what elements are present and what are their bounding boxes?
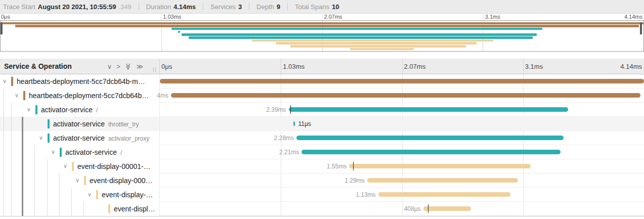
span-row[interactable]: ∨heartbeats-deployment-5cc7dcb64b…4ms: [0, 89, 644, 103]
row-chevron-down-icon[interactable]: ∨: [15, 92, 19, 99]
row-chevron-down-icon[interactable]: ∨: [27, 106, 31, 113]
span-row[interactable]: activator-servicethrottler_try11μs: [0, 117, 644, 131]
indent-guide: [47, 159, 48, 173]
span-duration-label: 2.39ms: [266, 103, 286, 117]
trace-start-millis: .349: [118, 3, 131, 11]
minimap-right-handle[interactable]: [640, 22, 642, 34]
span-bar[interactable]: [378, 192, 510, 197]
span-name-cell: ∨event-display-00001-…: [0, 159, 160, 173]
span-name-cell: ∨activator-service/: [0, 145, 160, 159]
span-bar[interactable]: [160, 79, 644, 83]
row-chevron-down-icon[interactable]: ∨: [51, 148, 55, 155]
indent-guide: [4, 188, 4, 202]
indent-guide: [11, 173, 12, 188]
row-chevron-down-icon[interactable]: ∨: [39, 134, 43, 141]
span-bar[interactable]: [289, 107, 568, 112]
span-bar[interactable]: [367, 178, 519, 183]
minimap-span-bar: [15, 25, 639, 27]
span-name: activator-service/: [41, 103, 158, 117]
ruler-tick: [161, 14, 161, 20]
span-log-tick: [290, 105, 291, 114]
span-row[interactable]: ∨activator-service/2.39ms: [0, 103, 644, 117]
chevron-down-icon[interactable]: ∨: [107, 63, 112, 70]
span-name: event-display-00001-…: [77, 159, 158, 173]
row-chevron-down-icon[interactable]: ∨: [75, 177, 79, 184]
row-chevron-down-icon[interactable]: ∨: [3, 77, 7, 84]
row-chevron-down-icon[interactable]: ∨: [88, 191, 92, 198]
span-bar[interactable]: [293, 121, 295, 126]
indent-guide: [22, 117, 23, 131]
ruler-tick: [281, 59, 281, 74]
depth-value: 9: [277, 3, 280, 11]
service-name: activator-service: [53, 120, 105, 128]
span-name: heartbeats-deployment-5cc7dcb64b…: [29, 89, 158, 103]
spacer: [0, 52, 644, 59]
span-duration-label: 1.55ms: [327, 159, 347, 173]
operation-name: activator_proxy: [108, 135, 149, 142]
total-spans-stat: Total Spans 10: [295, 3, 339, 11]
span-row[interactable]: event-displ…408μs: [0, 202, 644, 216]
service-color-strip: [48, 134, 50, 143]
span-name-cell: event-displ…: [0, 202, 160, 216]
indent-guide: [4, 89, 4, 103]
span-bar[interactable]: [349, 164, 531, 168]
indent-guide: [22, 145, 23, 159]
span-row[interactable]: ∨event-display-000…1.29ms: [0, 173, 644, 188]
operation-name: throttler_try: [108, 121, 139, 128]
service-name: event-display-00001-…: [77, 162, 151, 170]
minimap-span-bar: [276, 42, 477, 45]
double-chevron-down-icon[interactable]: ≫: [125, 63, 132, 70]
duration-label: Duration: [146, 3, 171, 11]
indent-guide: [22, 159, 23, 173]
span-bar[interactable]: [423, 206, 471, 211]
chevron-right-icon[interactable]: >: [116, 63, 120, 70]
depth-stat: Depth 9: [256, 3, 280, 11]
span-name-cell: ∨event-display-000…: [0, 173, 160, 188]
duration-stat: Duration 4.14ms: [146, 3, 196, 11]
span-name: activator-service/: [65, 145, 158, 159]
indent-guide: [11, 131, 12, 145]
indent-guide: [22, 188, 23, 202]
span-duration-label: 1.13ms: [356, 188, 375, 202]
span-timeline-cell: 408μs: [160, 202, 644, 216]
span-row[interactable]: ∨event-display-…1.13ms: [0, 188, 644, 202]
span-log-tick: [353, 162, 354, 170]
span-row[interactable]: ∨activator-service/2.21ms: [0, 145, 644, 159]
span-timeline-cell: 11μs: [160, 117, 644, 131]
row-chevron-down-icon[interactable]: ∨: [63, 162, 67, 169]
operation-name: /: [120, 149, 122, 156]
span-name-cell: ∨activator-serviceactivator_proxy: [0, 131, 160, 145]
column-resizer-grip[interactable]: [153, 67, 156, 72]
span-bar[interactable]: [171, 93, 640, 98]
span-row[interactable]: ∨heartbeats-deployment-5cc7dcb64b-m…: [0, 74, 644, 89]
indent-guide: [22, 131, 23, 145]
span-bar[interactable]: [302, 150, 561, 154]
span-duration-label: 1.29ms: [345, 173, 364, 188]
indent-guide: [59, 173, 60, 188]
minimap-span-bar: [178, 31, 180, 33]
divider: [139, 3, 139, 10]
indent-guide: [47, 173, 48, 188]
indent-guide: [11, 117, 12, 131]
span-timeline-cell: 1.13ms: [160, 188, 644, 202]
span-name: activator-servicethrottler_try: [53, 117, 158, 131]
service-name: activator-service: [41, 106, 93, 114]
indent-guide: [4, 159, 4, 173]
minimap-span-bar: [350, 48, 414, 51]
span-bar[interactable]: [296, 136, 564, 140]
span-row[interactable]: ∨event-display-00001-…1.55ms: [0, 159, 644, 173]
timeline-ruler: 0μs 1.03ms 2.07ms 3.1ms 4.14ms: [160, 59, 644, 74]
span-duration-label: 2.21ms: [279, 145, 299, 159]
ruler-label-100: 4.14ms: [624, 14, 642, 20]
services-label: Services: [210, 3, 236, 11]
indent-guide: [34, 188, 35, 202]
span-name-cell: ∨activator-service/: [0, 103, 160, 117]
span-row[interactable]: ∨activator-serviceactivator_proxy2.28ms: [0, 131, 644, 145]
service-color-strip: [23, 91, 25, 100]
service-color-strip: [96, 190, 98, 199]
trace-minimap[interactable]: [0, 20, 644, 52]
divider: [249, 3, 249, 10]
double-chevron-right-icon[interactable]: ≫: [136, 63, 143, 70]
minimap-left-handle[interactable]: [1, 22, 3, 34]
indent-guide: [11, 202, 12, 216]
